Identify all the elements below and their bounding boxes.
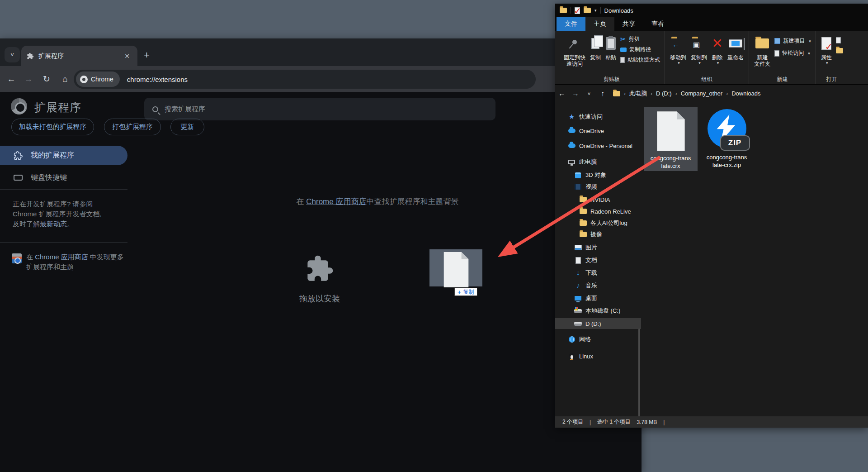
reload-button[interactable]: ↻ [39,66,54,92]
nav-onedrive[interactable]: OneDrive [555,125,641,136]
open-small-button[interactable] [836,37,843,43]
crumb-drive-d[interactable]: D (D:) [656,90,672,97]
sidebar-item-my-extensions[interactable]: 我的扩展程序 [0,146,127,165]
doc-icon [836,37,841,43]
item-count: 2 个项目 [562,418,583,426]
puzzle-favicon-icon [27,52,34,60]
properties-quick-icon[interactable] [575,7,580,14]
new-folder-icon [755,38,769,48]
nav-camera[interactable]: 摄像 [555,229,641,240]
chrome-toolbar: ← → ↻ ⌂ Chrome chrome://extensions [0,66,642,92]
site-chip[interactable]: Chrome [76,72,120,87]
penguin-icon [568,353,576,360]
back-button[interactable]: ← [4,66,19,92]
nav-drive-d[interactable]: D (D:) [555,318,641,329]
copy-to-button[interactable]: ▣ 复制到 [689,33,709,76]
chrome-window: ˅ 扩展程序 ✕ + ← → ↻ ⌂ Chrome chrome://exten… [0,38,642,472]
nav-downloads[interactable]: ↓下载 [555,267,641,278]
tab-home[interactable]: 主页 [585,17,614,31]
nav-nvidia[interactable]: NVIDIA [555,194,641,205]
dragged-file-ghost[interactable] [429,249,482,286]
pin-to-quick-access-button[interactable]: 固定到快速访问 [561,33,588,76]
qat-customize-icon[interactable]: ▾ [594,8,597,13]
tab-share[interactable]: 共享 [614,17,643,31]
tab-close-icon[interactable]: ✕ [122,51,132,61]
paste-button[interactable]: 粘贴 [603,33,618,76]
load-unpacked-button[interactable]: 加载未打包的扩展程序 [11,119,94,135]
folder-icon [579,208,587,215]
cloud-icon [568,127,576,135]
rename-button[interactable]: 重命名 [725,33,746,76]
forward-icon[interactable]: → [569,90,582,98]
webstore-link[interactable]: Chrome 应用商店 [35,253,88,261]
update-button[interactable]: 更新 [170,119,204,135]
nav-videos[interactable]: 视频 [555,181,641,192]
forward-button[interactable]: → [21,66,36,92]
crumb-this-pc[interactable]: 此电脑 [629,90,647,98]
properties-button[interactable]: 属性 [819,33,834,76]
nav-desktop[interactable]: 桌面 [555,293,641,304]
breadcrumb[interactable]: › 此电脑 › D (D:) › Company_other › Downloa… [613,90,761,98]
sidebar-item-keyboard-shortcuts[interactable]: 键盘快捷键 [14,173,67,182]
easy-access-button[interactable]: 轻松访问 [774,49,811,57]
nav-music[interactable]: ♪音乐 [555,280,641,291]
explorer-status-bar: 2 个项目 | 选中 1 个项目 3.78 MB | [555,416,868,428]
nav-network[interactable]: 网络 [555,334,641,345]
extensions-search-input[interactable]: 搜索扩展程序 [144,98,495,120]
nav-local-disk-c[interactable]: 本地磁盘 (C:) [555,305,641,316]
paste-shortcut-button[interactable]: 粘贴快捷方式 [620,56,660,64]
delete-button[interactable]: ✕ 删除 [709,33,725,76]
webstore-link-main[interactable]: Chrome 应用商店 [306,197,366,206]
copy-path-icon [620,48,627,52]
file-zip[interactable]: ZIP congcong-translate-crx.zip [700,107,754,171]
search-placeholder: 搜索扩展程序 [165,105,205,114]
sidebar-divider [0,242,127,243]
nav-linux[interactable]: Linux [555,351,641,362]
back-icon[interactable]: ← [555,90,569,98]
move-to-button[interactable]: ← 移动到 [668,33,689,76]
nav-3d-objects[interactable]: 3D 对象 [555,170,641,181]
recent-chevron-icon[interactable]: ˅ [582,91,596,96]
chevron-right-icon: › [675,91,677,97]
address-bar[interactable]: Chrome chrome://extensions [74,70,536,89]
copy-button[interactable]: 复制 [588,33,603,76]
new-item-button[interactable]: 新建项目 [774,37,811,45]
nav-documents[interactable]: 文档 [555,255,641,266]
webstore-icon [12,253,22,263]
developer-note: 正在开发扩展程序? 请参阅 Chrome 扩展程序开发者文档, 及时了解最新动态… [13,199,126,229]
drop-to-install-hint: 拖放以安装 [299,293,340,304]
home-button[interactable]: ⌂ [57,66,73,92]
nav-this-pc[interactable]: 此电脑 [555,157,641,167]
whats-new-link[interactable]: 最新动态 [40,220,67,228]
explorer-file-area[interactable]: congcong-translate.crx ZIP congcong-tran… [641,102,868,416]
new-folder-quick-icon[interactable] [584,8,591,13]
cut-button[interactable]: ✂剪切 [620,35,660,43]
tab-file[interactable]: 文件 [557,17,585,31]
pack-extension-button[interactable]: 打包扩展程序 [104,119,161,135]
copy-path-button[interactable]: 复制路径 [620,46,660,53]
nav-pictures[interactable]: 图片 [555,242,641,253]
nav-ai-company-log[interactable]: 各大AI公司log [555,218,641,229]
explorer-titlebar[interactable]: ▾ Downloads [555,4,868,17]
tab-title: 扩展程序 [38,52,122,60]
new-tab-button[interactable]: + [144,49,150,61]
nav-quick-access[interactable]: ★快速访问 [555,111,641,122]
open-small-button[interactable] [836,48,843,53]
up-icon[interactable]: ↑ [596,90,609,98]
crumb-downloads[interactable]: Downloads [731,90,760,97]
move-to-icon: ← [671,38,685,48]
nav-scrollbar[interactable] [638,329,640,428]
crumb-company-other[interactable]: Company_other [681,90,723,97]
active-tab[interactable]: 扩展程序 ✕ [21,46,137,66]
tab-search-button[interactable]: ˅ [5,47,20,62]
selected-size: 3.78 MB [637,419,657,425]
nav-onedrive-personal[interactable]: OneDrive - Personal [555,140,641,151]
drop-zone-puzzle-icon [305,254,334,283]
nav-radeon-relive[interactable]: Radeon ReLive [555,206,641,217]
new-folder-button[interactable]: 新建文件夹 [752,33,773,76]
file-crx[interactable]: congcong-translate.crx [644,107,698,171]
tab-view[interactable]: 查看 [643,17,672,31]
star-icon: ★ [568,113,576,121]
explorer-address-bar: ← → ˅ ↑ › 此电脑 › D (D:) › Company_other ›… [555,84,868,102]
file-name: congcong-translate.crx [651,154,691,170]
